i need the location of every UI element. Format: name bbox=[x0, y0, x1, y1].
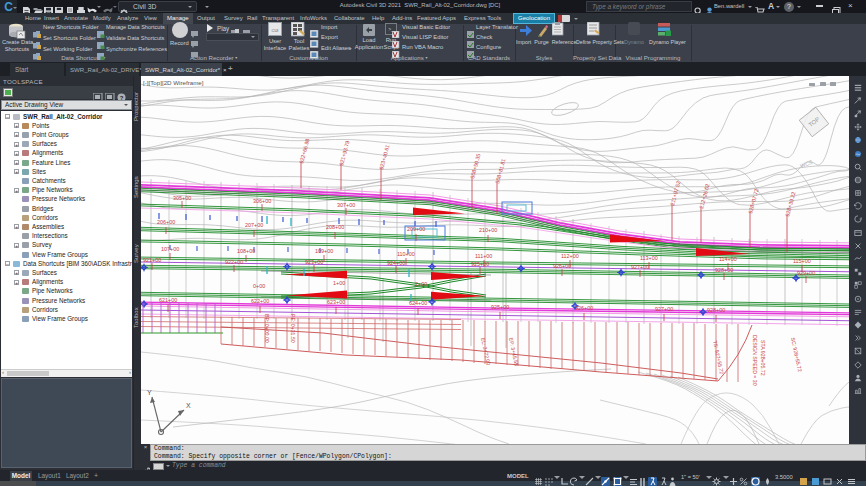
svg-text:923+00: 923+00 bbox=[305, 259, 323, 265]
svg-text:1+00: 1+00 bbox=[333, 280, 345, 286]
svg-text:927+00: 927+00 bbox=[655, 306, 673, 312]
svg-text:114+00: 114+00 bbox=[719, 256, 737, 262]
svg-text:928+00: 928+00 bbox=[707, 307, 725, 313]
svg-text:109+00: 109+00 bbox=[315, 248, 333, 254]
svg-text:622+00: 622+00 bbox=[251, 298, 269, 304]
svg-text:206+00: 206+00 bbox=[157, 219, 175, 225]
svg-text:208+00: 208+00 bbox=[326, 224, 344, 230]
svg-text:BP: 0+00.00: BP: 0+00.00 bbox=[264, 314, 270, 343]
svg-text:111+00: 111+00 bbox=[475, 253, 492, 259]
svg-text:925+00: 925+00 bbox=[471, 261, 489, 267]
svg-text:X: X bbox=[186, 402, 191, 409]
svg-text:621+00: 621+00 bbox=[159, 297, 177, 303]
svg-text:306+00: 306+00 bbox=[253, 198, 271, 204]
svg-text:307+00: 307+00 bbox=[337, 202, 355, 208]
svg-text:925+00: 925+00 bbox=[491, 304, 509, 310]
svg-text:110+00: 110+00 bbox=[397, 251, 415, 257]
svg-text:623+00: 623+00 bbox=[327, 299, 345, 305]
svg-text:107+00: 107+00 bbox=[161, 246, 179, 252]
svg-text:929+00: 929+00 bbox=[797, 270, 815, 276]
svg-text:PE: 0+31.50: PE: 0+31.50 bbox=[290, 314, 296, 343]
svg-text:DESIGN SPEED = 30: DESIGN SPEED = 30 bbox=[752, 335, 758, 386]
svg-text:209+00: 209+00 bbox=[407, 226, 425, 232]
svg-text:926+00: 926+00 bbox=[553, 263, 571, 269]
svg-text:928+00: 928+00 bbox=[715, 267, 733, 273]
svg-text:0+00: 0+00 bbox=[253, 283, 265, 289]
svg-text:926+00: 926+00 bbox=[575, 305, 593, 311]
svg-text:924+00: 924+00 bbox=[387, 260, 405, 266]
svg-text:108+00: 108+00 bbox=[237, 248, 255, 254]
svg-text:Y: Y bbox=[147, 389, 152, 396]
svg-text:207+00: 207+00 bbox=[245, 222, 263, 228]
svg-text:2+00: 2+00 bbox=[415, 281, 427, 287]
svg-text:305+00: 305+00 bbox=[173, 195, 191, 201]
svg-text:210+00: 210+00 bbox=[479, 227, 497, 233]
svg-text:922+00: 922+00 bbox=[225, 259, 243, 265]
svg-text:624+00: 624+00 bbox=[409, 300, 427, 306]
svg-text:113+00: 113+00 bbox=[640, 255, 658, 261]
svg-text:921+00: 921+00 bbox=[143, 257, 161, 263]
svg-text:STA 928+05.72: STA 928+05.72 bbox=[760, 340, 766, 376]
svg-text:115+00: 115+00 bbox=[793, 258, 811, 264]
svg-text:927+00: 927+00 bbox=[631, 264, 649, 270]
svg-text:112+00: 112+00 bbox=[561, 253, 579, 259]
